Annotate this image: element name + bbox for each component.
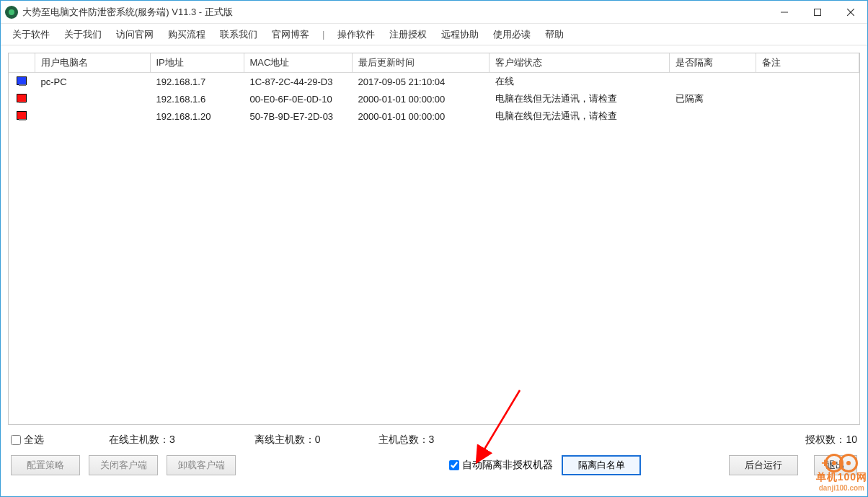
minimize-button[interactable] <box>768 1 801 24</box>
table-header-4[interactable]: 最后更新时间 <box>352 53 489 73</box>
table-header-7[interactable]: 备注 <box>756 53 859 73</box>
menu-contact[interactable]: 联系我们 <box>213 25 265 44</box>
uninstall-client-button[interactable]: 卸载客户端 <box>167 455 236 475</box>
table-cell: 2000-01-01 00:00:00 <box>352 90 489 107</box>
select-all-checkbox[interactable]: 全选 <box>11 434 44 447</box>
table-header-5[interactable]: 客户端状态 <box>489 53 669 73</box>
right-button-group: 后台运行 退出 <box>729 455 857 475</box>
menu-separator: | <box>316 29 330 40</box>
offline-count: 离线主机数：0 <box>254 434 321 447</box>
menu-about-software[interactable]: 关于软件 <box>5 25 57 44</box>
table-cell <box>669 107 756 125</box>
auto-isolate-input[interactable] <box>449 460 459 470</box>
menu-readme[interactable]: 使用必读 <box>486 25 538 44</box>
client-table[interactable]: 用户电脑名IP地址MAC地址最后更新时间客户端状态是否隔离备注 pc-PC192… <box>9 53 859 125</box>
table-cell: 192.168.1.20 <box>150 107 244 125</box>
menu-bar: 关于软件 关于我们 访问官网 购买流程 联系我们 官网博客 | 操作软件 注册授… <box>1 24 867 45</box>
total-count: 主机总数：3 <box>378 434 435 447</box>
table-header-6[interactable]: 是否隔离 <box>669 53 756 73</box>
table-cell: 192.168.1.7 <box>150 73 244 91</box>
table-cell <box>756 107 859 125</box>
table-header-0[interactable] <box>9 53 35 73</box>
run-background-button[interactable]: 后台运行 <box>729 455 798 475</box>
menu-visit-site[interactable]: 访问官网 <box>109 25 161 44</box>
button-row: 配置策略 关闭客户端 卸载客户端 自动隔离非授权机器 隔离白名单 后台运行 退出 <box>1 451 867 483</box>
table-cell <box>35 107 150 125</box>
maximize-button[interactable] <box>801 1 834 24</box>
table-cell: 00-E0-6F-0E-0D-10 <box>244 90 352 107</box>
title-bar: 大势至电脑文件防泄密系统(服务端) V11.3 - 正式版 <box>1 1 867 24</box>
table-cell: 电脑在线但无法通讯，请检查 <box>489 107 669 125</box>
client-table-container: 用户电脑名IP地址MAC地址最后更新时间客户端状态是否隔离备注 pc-PC192… <box>8 53 860 425</box>
table-cell: pc-PC <box>35 73 150 91</box>
table-cell <box>669 73 756 91</box>
close-client-button[interactable]: 关闭客户端 <box>89 455 158 475</box>
menu-about-us[interactable]: 关于我们 <box>57 25 109 44</box>
isolation-whitelist-button[interactable]: 隔离白名单 <box>562 455 641 475</box>
table-body: pc-PC192.168.1.71C-87-2C-44-29-D32017-09… <box>9 73 859 126</box>
window-title: 大势至电脑文件防泄密系统(服务端) V11.3 - 正式版 <box>22 6 233 19</box>
watermark-text-2: danji100.com <box>816 484 867 492</box>
status-icon <box>17 111 27 120</box>
table-row[interactable]: 192.168.1.2050-7B-9D-E7-2D-032000-01-01 … <box>9 107 859 125</box>
table-cell: 已隔离 <box>669 90 756 107</box>
window-controls <box>768 1 867 24</box>
status-icon <box>17 94 27 102</box>
license-count: 授权数：10 <box>805 434 857 447</box>
status-icon <box>17 76 27 85</box>
table-cell <box>9 107 35 125</box>
menu-purchase[interactable]: 购买流程 <box>161 25 213 44</box>
close-button[interactable] <box>834 1 867 24</box>
menu-operate[interactable]: 操作软件 <box>330 25 382 44</box>
menu-blog[interactable]: 官网博客 <box>265 25 316 44</box>
menu-help[interactable]: 帮助 <box>538 25 571 44</box>
table-header-row: 用户电脑名IP地址MAC地址最后更新时间客户端状态是否隔离备注 <box>9 53 859 73</box>
config-policy-button[interactable]: 配置策略 <box>11 455 80 475</box>
svg-rect-1 <box>815 9 821 15</box>
table-header-3[interactable]: MAC地址 <box>244 53 352 73</box>
menu-register[interactable]: 注册授权 <box>382 25 434 44</box>
auto-isolate-label: 自动隔离非授权机器 <box>462 459 553 472</box>
table-row[interactable]: pc-PC192.168.1.71C-87-2C-44-29-D32017-09… <box>9 73 859 91</box>
table-cell: 电脑在线但无法通讯，请检查 <box>489 90 669 107</box>
online-count: 在线主机数：3 <box>109 434 175 447</box>
exit-button[interactable]: 退出 <box>814 455 857 475</box>
table-cell <box>9 90 35 107</box>
stats-bar: 全选 在线主机数：3 离线主机数：0 主机总数：3 授权数：10 <box>1 432 867 451</box>
table-header-2[interactable]: IP地址 <box>150 53 244 73</box>
table-cell: 2017-09-05 21:10:04 <box>352 73 489 91</box>
table-row[interactable]: 192.168.1.600-E0-6F-0E-0D-102000-01-01 0… <box>9 90 859 107</box>
table-cell: 在线 <box>489 73 669 91</box>
table-cell <box>756 90 859 107</box>
auto-isolate-checkbox[interactable]: 自动隔离非授权机器 <box>449 459 553 472</box>
table-cell <box>756 73 859 91</box>
table-cell: 50-7B-9D-E7-2D-03 <box>244 107 352 125</box>
table-cell: 2000-01-01 00:00:00 <box>352 107 489 125</box>
select-all-input[interactable] <box>11 435 21 445</box>
table-header-1[interactable]: 用户电脑名 <box>35 53 150 73</box>
table-cell: 1C-87-2C-44-29-D3 <box>244 73 352 91</box>
select-all-label: 全选 <box>24 434 44 447</box>
table-cell <box>35 90 150 107</box>
table-cell: 192.168.1.6 <box>150 90 244 107</box>
app-icon <box>5 6 18 19</box>
menu-remote[interactable]: 远程协助 <box>434 25 486 44</box>
table-cell <box>9 73 35 91</box>
